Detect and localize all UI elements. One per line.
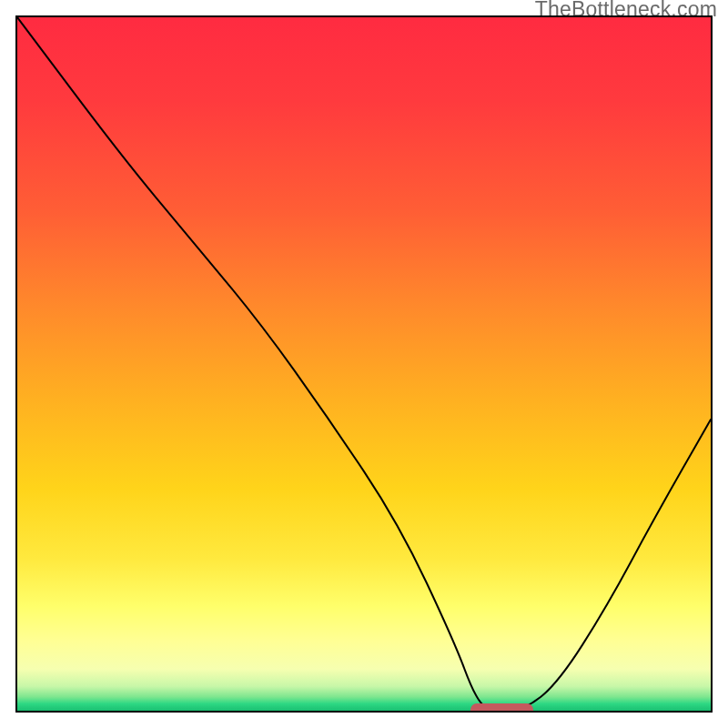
optimal-range-marker — [470, 703, 533, 713]
bottleneck-curve — [17, 17, 711, 711]
plot-area — [15, 15, 713, 713]
chart-container: TheBottleneck.com — [0, 0, 728, 728]
curve-layer — [17, 17, 711, 711]
